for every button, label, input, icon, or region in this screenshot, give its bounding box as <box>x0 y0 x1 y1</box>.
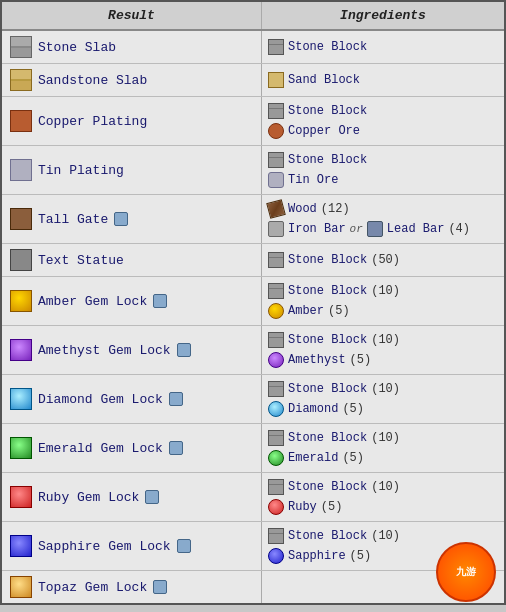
ingredient-name: Stone Block <box>288 284 367 298</box>
result-name: Amethyst Gem Lock <box>38 343 171 358</box>
ingredients-cell: Stone Block (10)Amber (5) <box>262 277 504 325</box>
table-row: Topaz Gem Lock <box>2 571 504 603</box>
sapphire-gem-lock-icon <box>10 535 32 557</box>
diamond-gem-lock-icon <box>10 388 32 410</box>
ingredients-cell: Stone Block (10)Emerald (5) <box>262 424 504 472</box>
ingredient-name: Emerald <box>288 451 338 465</box>
ingredient-qty: (5) <box>321 500 343 514</box>
ingredient-qty: (10) <box>371 333 400 347</box>
ingredient-line: Copper Ore <box>268 121 498 141</box>
ingredient-qty: (10) <box>371 382 400 396</box>
ingredient-qty: (4) <box>448 222 470 236</box>
result-cell: Tall Gate <box>2 195 262 243</box>
result-name: Sapphire Gem Lock <box>38 539 171 554</box>
ingredients-cell: Stone Block (10)Diamond (5) <box>262 375 504 423</box>
ingredient-qty: (10) <box>371 480 400 494</box>
copper-plating-icon <box>10 110 32 132</box>
result-cell: Emerald Gem Lock <box>2 424 262 472</box>
ingredients-cell: Wood(12)Iron Bar or Lead Bar(4) <box>262 195 504 243</box>
ingredient-name: Stone Block <box>288 382 367 396</box>
ingredient-name: Lead Bar <box>387 222 445 236</box>
ingredient-qty: (5) <box>350 549 372 563</box>
ingredient-name: Amber <box>288 304 324 318</box>
ingredient-name: Wood <box>288 202 317 216</box>
ingredient-qty: (5) <box>328 304 350 318</box>
result-name: Amber Gem Lock <box>38 294 147 309</box>
stone-block-icon <box>268 152 284 168</box>
craft-station-icon <box>114 212 128 226</box>
ingredient-qty: (10) <box>371 431 400 445</box>
ingredient-line: Stone Block (10) <box>268 477 498 497</box>
ingredient-qty: (10) <box>371 529 400 543</box>
amber-gem-lock-icon <box>10 290 32 312</box>
ingredient-name: Stone Block <box>288 153 367 167</box>
result-cell: Amber Gem Lock <box>2 277 262 325</box>
amethyst-gem-lock-icon <box>10 339 32 361</box>
ingredients-cell: Stone BlockTin Ore <box>262 146 504 194</box>
result-name: Topaz Gem Lock <box>38 580 147 595</box>
table-row: Amethyst Gem LockStone Block (10)Amethys… <box>2 326 504 375</box>
craft-station-icon <box>153 580 167 594</box>
ingredient-line: Stone Block <box>268 37 498 57</box>
result-cell: Stone Slab <box>2 31 262 63</box>
ingredient-name: Copper Ore <box>288 124 360 138</box>
result-name: Stone Slab <box>38 40 116 55</box>
tin-ore-icon <box>268 172 284 188</box>
emerald-icon <box>268 450 284 466</box>
stone-block-icon <box>268 252 284 268</box>
result-cell: Sandstone Slab <box>2 64 262 96</box>
ingredient-name: Stone Block <box>288 480 367 494</box>
ingredients-cell: Stone Block <box>262 31 504 63</box>
ingredient-qty: (10) <box>371 284 400 298</box>
ingredient-name: Stone Block <box>288 40 367 54</box>
ingredient-line: Stone Block (10) <box>268 428 498 448</box>
result-name: Tall Gate <box>38 212 108 227</box>
amber-icon <box>268 303 284 319</box>
ingredient-line: Sand Block <box>268 70 498 90</box>
result-name: Emerald Gem Lock <box>38 441 163 456</box>
crafting-table: Result Ingredients Stone SlabStone Block… <box>0 0 506 605</box>
or-text: or <box>350 223 363 235</box>
tin-plating-icon <box>10 159 32 181</box>
ingredient-line: Stone Block <box>268 150 498 170</box>
ingredient-name: Ruby <box>288 500 317 514</box>
ingredients-cell: Stone Block (50) <box>262 244 504 276</box>
result-name: Text Statue <box>38 253 124 268</box>
text-statue-icon <box>10 249 32 271</box>
ingredient-line: Stone Block (10) <box>268 281 498 301</box>
ingredient-line: Emerald (5) <box>268 448 498 468</box>
result-cell: Sapphire Gem Lock <box>2 522 262 570</box>
ingredient-line: Stone Block (50) <box>268 250 498 270</box>
ingredient-name: Diamond <box>288 402 338 416</box>
ingredient-line: Amber (5) <box>268 301 498 321</box>
ingredient-line: Stone Block <box>268 101 498 121</box>
ingredient-line: Ruby (5) <box>268 497 498 517</box>
table-row: Amber Gem LockStone Block (10)Amber (5) <box>2 277 504 326</box>
stone-block-icon <box>268 283 284 299</box>
result-cell: Diamond Gem Lock <box>2 375 262 423</box>
ruby-gem-lock-icon <box>10 486 32 508</box>
table-body: Stone SlabStone BlockSandstone SlabSand … <box>2 31 504 603</box>
ingredient-line: Wood(12) <box>268 199 498 219</box>
table-row: Text StatueStone Block (50) <box>2 244 504 277</box>
copper-ore-icon <box>268 123 284 139</box>
ingredient-name: Stone Block <box>288 431 367 445</box>
topaz-gem-lock-icon <box>10 576 32 598</box>
table-row: Emerald Gem LockStone Block (10)Emerald … <box>2 424 504 473</box>
sandstone-slab-icon <box>10 69 32 91</box>
table-row: Ruby Gem LockStone Block (10)Ruby (5) <box>2 473 504 522</box>
result-name: Sandstone Slab <box>38 73 147 88</box>
stone-block-icon <box>268 528 284 544</box>
table-row: Sapphire Gem LockStone Block (10)Sapphir… <box>2 522 504 571</box>
ingredient-name: Stone Block <box>288 253 367 267</box>
iron-bar-icon <box>268 221 284 237</box>
result-name: Diamond Gem Lock <box>38 392 163 407</box>
result-cell: Text Statue <box>2 244 262 276</box>
table-row: Tall GateWood(12)Iron Bar or Lead Bar(4) <box>2 195 504 244</box>
craft-station-icon <box>169 441 183 455</box>
ingredient-line: Tin Ore <box>268 170 498 190</box>
ingredient-qty: (50) <box>371 253 400 267</box>
table-row: Sandstone SlabSand Block <box>2 64 504 97</box>
result-cell: Topaz Gem Lock <box>2 571 262 603</box>
ingredients-cell: Stone Block (10)Ruby (5) <box>262 473 504 521</box>
